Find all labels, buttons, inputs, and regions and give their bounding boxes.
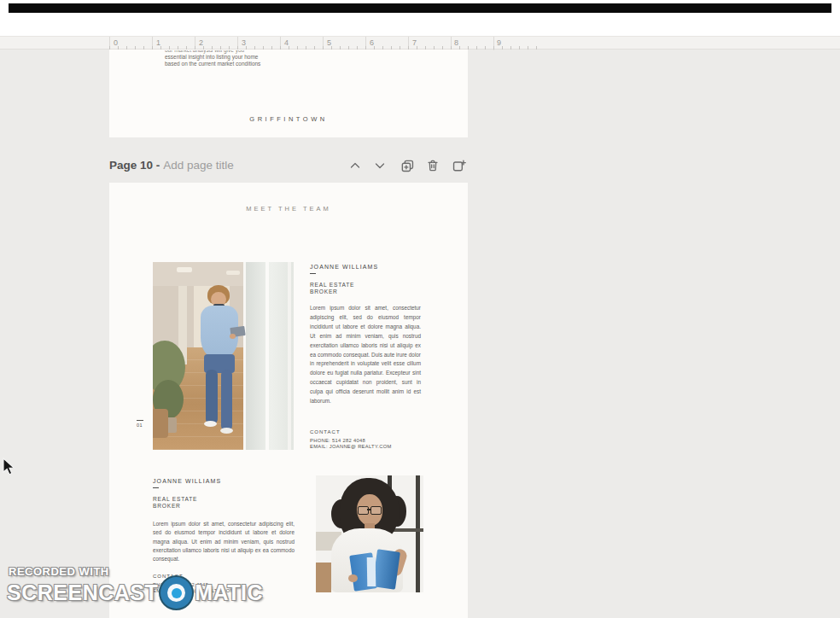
member1-email: EMAIL: JOANNE@ REALTY.COM — [310, 444, 392, 450]
member2-phone: PHONE: 514 282 4048 — [153, 582, 235, 588]
photo2-book-pages — [367, 557, 376, 586]
photo2-window-frame — [416, 475, 420, 592]
photo1-shoe — [220, 428, 233, 434]
page9-line-1: essential insight into listing your home — [165, 54, 353, 61]
horizontal-ruler: 0 1 2 3 4 5 6 7 8 9 — [0, 36, 840, 50]
photo1-ceiling-light — [226, 271, 240, 275]
photo2-glasses-bridge — [367, 509, 371, 510]
move-page-up-button[interactable] — [345, 155, 365, 176]
page9-brand-text[interactable]: GRIFFINTOWN — [109, 115, 468, 123]
member2-email: EMAIL: JOANNE@ REALTY.COM — [153, 588, 235, 594]
member2-name[interactable]: JOANNE WILLIAMS — [153, 478, 221, 484]
member1-role-line2: BROKER — [310, 289, 354, 295]
photo1-leg — [206, 370, 218, 424]
photo2-chair — [316, 563, 331, 592]
member1-contact-lines[interactable]: PHONE: 514 282 4048 EMAIL: JOANNE@ REALT… — [310, 438, 392, 450]
page-number-marker[interactable]: 01 — [137, 420, 143, 428]
photo1-glass-frame — [243, 262, 246, 450]
member2-photo[interactable] — [316, 475, 423, 592]
member1-phone: PHONE: 514 282 4048 — [310, 438, 392, 444]
page-marker-line — [137, 420, 143, 421]
member1-contact-label[interactable]: CONTACT — [310, 429, 341, 434]
top-black-bar — [9, 3, 831, 13]
member1-photo[interactable] — [153, 262, 294, 450]
photo1-ceiling-light — [177, 267, 192, 272]
photo1-hand — [230, 334, 236, 339]
member2-name-underline — [153, 487, 159, 488]
photo1-glass-frame — [288, 262, 291, 450]
member2-role-line2: BROKER — [153, 503, 197, 510]
member2-bio[interactable]: Lorem ipsum dolor sit amet, consectetur … — [153, 520, 295, 563]
member1-name[interactable]: JOANNE WILLIAMS — [310, 264, 378, 270]
photo2-glasses-lens — [370, 506, 382, 515]
photo1-leg — [221, 370, 232, 431]
member1-role[interactable]: REAL ESTATE BROKER — [310, 282, 354, 295]
page-number-label: Page 10 - — [109, 159, 160, 172]
page-9-canvas[interactable]: our market analysis will give you essent… — [109, 50, 468, 137]
photo1-shoe — [204, 421, 217, 427]
page-marker-number: 01 — [137, 423, 143, 428]
trash-icon — [426, 159, 440, 172]
mouse-cursor-icon — [2, 458, 17, 478]
photo1-glass-frame — [265, 262, 269, 450]
page-title-placeholder[interactable]: Add page title — [163, 159, 234, 172]
page9-line-2: based on the current market conditions — [165, 61, 353, 67]
chevron-down-icon — [373, 159, 387, 172]
page9-clipped-line: our market analysis will give you — [165, 50, 353, 54]
meet-the-team-heading[interactable]: MEET THE TEAM — [109, 205, 468, 213]
member1-name-underline — [310, 273, 316, 274]
page-10-header: Page 10 -Add page title — [109, 155, 468, 178]
canva-editor-canvas: 0 1 2 3 4 5 6 7 8 9 our market analysis … — [0, 0, 840, 618]
member2-contact-lines[interactable]: PHONE: 514 282 4048 EMAIL: JOANNE@ REALT… — [153, 582, 235, 594]
add-page-button[interactable] — [448, 155, 469, 176]
page9-text-block[interactable]: our market analysis will give you essent… — [165, 50, 353, 67]
move-page-down-button[interactable] — [370, 155, 390, 176]
duplicate-page-button[interactable] — [397, 155, 417, 176]
member2-role[interactable]: REAL ESTATE BROKER — [153, 496, 197, 510]
recorded-with-text: RECORDED WITH — [9, 565, 109, 578]
member2-role-line1: REAL ESTATE — [153, 496, 197, 503]
photo2-hand — [348, 574, 358, 582]
duplicate-page-icon — [400, 159, 415, 173]
delete-page-button[interactable] — [423, 155, 443, 176]
add-page-icon — [452, 159, 466, 173]
member1-role-line1: REAL ESTATE — [310, 282, 354, 289]
chevron-up-icon — [348, 159, 362, 172]
page-title-row[interactable]: Page 10 -Add page title — [109, 159, 234, 172]
member2-contact-label[interactable]: CONTACT — [153, 574, 184, 579]
photo2-glasses-lens — [358, 506, 369, 515]
photo1-chair — [153, 409, 168, 438]
page-10-canvas[interactable]: MEET THE TEAM — [109, 183, 468, 618]
member1-bio[interactable]: Lorem ipsum dolor sit amet, consectetur … — [310, 304, 421, 406]
